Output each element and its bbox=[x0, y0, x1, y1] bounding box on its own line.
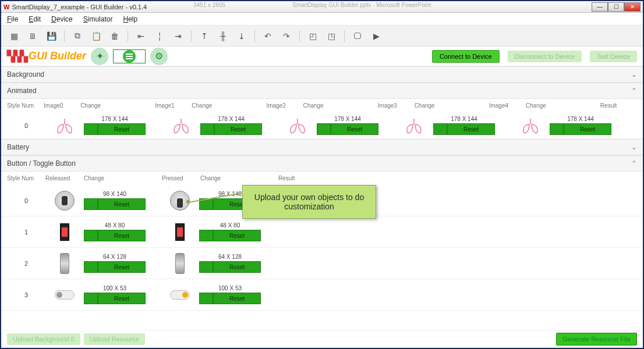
browse-button[interactable]: ... bbox=[550, 123, 564, 135]
slot-preview bbox=[60, 253, 69, 274]
chevron-up-icon: ⌃ bbox=[631, 159, 637, 168]
ghost-dim: 3451 x 2805 bbox=[193, 2, 225, 8]
bottom-bar: Upload Background 0 Upload Resource Gene… bbox=[2, 330, 642, 347]
button-row: 1 48 X 80...Reset 48 X 80...Reset bbox=[1, 216, 643, 248]
col-result: Result bbox=[600, 102, 637, 109]
browse-button[interactable]: ... bbox=[84, 230, 98, 241]
resource-list-tab[interactable] bbox=[113, 49, 146, 63]
menu-file[interactable]: File bbox=[7, 15, 18, 23]
col-image4: Image4 bbox=[489, 102, 526, 109]
animated-row-0: 0 178 X 144...Reset 178 X 144...Reset 17… bbox=[1, 112, 643, 139]
send-back-icon[interactable]: ◰ bbox=[305, 28, 321, 44]
new-file-icon[interactable]: ▦ bbox=[6, 28, 22, 44]
reset-button[interactable]: Reset bbox=[447, 123, 495, 135]
menu-simulator[interactable]: Simulator bbox=[83, 15, 113, 23]
reset-button[interactable]: Reset bbox=[98, 293, 146, 304]
align-right-icon[interactable]: ⇥ bbox=[170, 28, 186, 44]
reset-button[interactable]: Reset bbox=[213, 293, 261, 304]
open-file-icon[interactable]: 🗎 bbox=[24, 28, 41, 44]
align-top-icon[interactable]: ⤒ bbox=[196, 28, 213, 44]
connect-device-button[interactable]: Connect to Device bbox=[432, 50, 500, 63]
section-button-title: Button / Toggle Button bbox=[7, 159, 76, 168]
browse-button[interactable]: ... bbox=[84, 293, 98, 304]
browse-button[interactable]: ... bbox=[84, 261, 98, 273]
menu-device[interactable]: Device bbox=[51, 15, 73, 23]
chevron-down-icon: ⌄ bbox=[631, 143, 637, 151]
redo-icon[interactable]: ↷ bbox=[278, 28, 295, 44]
browse-button[interactable]: ... bbox=[84, 198, 98, 210]
paste-icon[interactable]: 📋 bbox=[88, 28, 104, 44]
undo-icon[interactable]: ↶ bbox=[260, 28, 276, 44]
toolbar: ▦ 🗎 💾 ⧉ 📋 🗑 ⇤ ¦ ⇥ ⤒ ╫ ⤓ ↶ ↷ ◰ ◳ 🖵 ▶ bbox=[1, 26, 643, 47]
slot-preview bbox=[175, 253, 185, 274]
section-background[interactable]: Background ⌄ bbox=[1, 66, 643, 83]
section-button[interactable]: Button / Toggle Button ⌃ bbox=[1, 155, 643, 172]
col-image3: Image3 bbox=[378, 102, 415, 109]
button-style-num: 3 bbox=[7, 291, 45, 298]
align-left-icon[interactable]: ⇤ bbox=[133, 28, 149, 44]
align-bottom-icon[interactable]: ⤓ bbox=[233, 28, 250, 44]
browse-button[interactable]: ... bbox=[199, 261, 213, 273]
lungs-icon bbox=[511, 116, 550, 135]
dim-label: 64 X 128 bbox=[199, 254, 261, 260]
col-change2: Change bbox=[303, 102, 377, 109]
button-style-num: 2 bbox=[7, 260, 45, 267]
pill-preview bbox=[55, 290, 75, 300]
reset-button[interactable]: Reset bbox=[98, 123, 146, 135]
col-change4: Change bbox=[526, 102, 600, 109]
rect-preview bbox=[175, 223, 185, 241]
callout-text: Upload your own objects to do customizat… bbox=[249, 193, 370, 211]
browse-button[interactable]: ... bbox=[200, 123, 214, 135]
reset-button[interactable]: Reset bbox=[98, 230, 146, 241]
col-image1: Image1 bbox=[155, 102, 192, 109]
lungs-icon bbox=[162, 116, 200, 135]
menu-help[interactable]: Help bbox=[123, 15, 137, 23]
browse-button[interactable]: ... bbox=[84, 123, 98, 135]
align-center-v-icon[interactable]: ╫ bbox=[215, 28, 231, 44]
window-titlebar: W SmartDisplay_7_example - GUI Builder -… bbox=[1, 1, 643, 13]
dim-label: 100 X 53 bbox=[84, 285, 146, 291]
copy-icon[interactable]: ⧉ bbox=[69, 28, 86, 44]
section-background-title: Background bbox=[7, 70, 44, 79]
disconnect-device-button: Disconnect to Device bbox=[508, 51, 582, 62]
col-change3: Change bbox=[415, 102, 489, 109]
save-icon[interactable]: 💾 bbox=[43, 28, 59, 44]
window-title: SmartDisplay_7_example - GUI Builder - v… bbox=[12, 3, 147, 10]
browse-button[interactable]: ... bbox=[199, 293, 213, 304]
col-image2: Image2 bbox=[266, 102, 303, 109]
section-battery[interactable]: Battery ⌄ bbox=[1, 139, 643, 155]
align-center-h-icon[interactable]: ¦ bbox=[151, 28, 168, 44]
chevron-up-icon: ⌃ bbox=[631, 87, 637, 95]
menu-edit[interactable]: Edit bbox=[29, 15, 41, 23]
reset-button[interactable]: Reset bbox=[98, 198, 146, 210]
browse-button[interactable]: ... bbox=[433, 123, 447, 135]
browse-button[interactable]: ... bbox=[199, 230, 213, 241]
section-battery-title: Battery bbox=[7, 143, 29, 151]
dim-label: 48 X 80 bbox=[199, 222, 261, 229]
reset-button[interactable]: Reset bbox=[213, 261, 261, 273]
minimize-button[interactable]: — bbox=[592, 2, 608, 12]
reset-button[interactable]: Reset bbox=[213, 230, 261, 241]
gear-icon[interactable]: ⚙ bbox=[150, 48, 168, 65]
reset-button[interactable]: Reset bbox=[331, 123, 378, 135]
close-button[interactable]: ✕ bbox=[624, 2, 641, 12]
brand-logo: ▚▚▚ GUI Builder bbox=[7, 50, 86, 63]
button-header-row: Style Num Released Change Pressed Change… bbox=[1, 172, 643, 185]
reset-button[interactable]: Reset bbox=[564, 123, 611, 135]
section-animated[interactable]: Animated ⌃ bbox=[1, 83, 643, 99]
maximize-button[interactable]: ☐ bbox=[608, 2, 624, 12]
reset-button[interactable]: Reset bbox=[98, 261, 146, 273]
chevron-down-icon: ⌄ bbox=[631, 70, 637, 79]
reset-button[interactable]: Reset bbox=[214, 123, 262, 135]
delete-icon[interactable]: 🗑 bbox=[107, 28, 123, 44]
rect-preview bbox=[60, 223, 69, 241]
animated-header-row: Style Num Image0 Change Image1 Change Im… bbox=[1, 99, 643, 112]
browse-button[interactable]: ... bbox=[317, 123, 331, 135]
lungs-icon bbox=[395, 116, 433, 135]
compass-icon[interactable]: ✦ bbox=[91, 48, 108, 65]
monitor-play-icon[interactable]: ▶ bbox=[368, 28, 384, 44]
bring-front-icon[interactable]: ◳ bbox=[323, 28, 339, 44]
generate-resource-button[interactable]: Generate Resource File bbox=[556, 333, 637, 346]
monitor-icon[interactable]: 🖵 bbox=[349, 28, 366, 44]
button-style-num: 0 bbox=[7, 197, 45, 204]
